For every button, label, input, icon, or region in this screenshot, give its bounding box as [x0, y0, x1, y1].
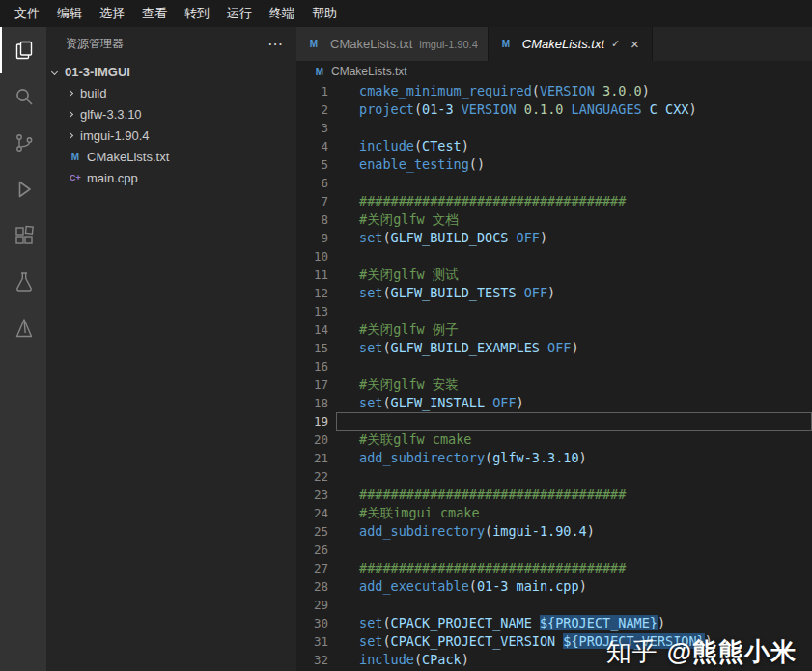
code-content[interactable]: add_subdirectory(glfw-3.3.10): [336, 449, 812, 467]
line-number[interactable]: 20: [296, 431, 336, 449]
search-icon[interactable]: [0, 73, 46, 120]
source-control-icon[interactable]: [0, 120, 46, 166]
code-token: #关闭glfw 例子: [359, 322, 459, 337]
tree-item-cmakelists-txt[interactable]: MCMakeLists.txt: [46, 146, 296, 167]
line-number[interactable]: 26: [296, 541, 336, 559]
code-token: set: [359, 615, 382, 630]
code-content[interactable]: add_executable(01-3 main.cpp): [336, 577, 812, 596]
line-number[interactable]: 31: [296, 632, 336, 651]
code-content[interactable]: set(GLFW_BUILD_TESTS OFF): [336, 284, 812, 302]
code-content[interactable]: ##################################: [336, 486, 812, 504]
code-token: OFF: [547, 340, 571, 355]
line-number[interactable]: 12: [296, 284, 336, 302]
code-token: ##################################: [359, 193, 626, 209]
code-content[interactable]: ##################################: [336, 192, 812, 210]
run-debug-icon[interactable]: [0, 166, 46, 212]
code-content[interactable]: [336, 247, 812, 266]
code-content[interactable]: include(CTest): [336, 137, 812, 155]
line-number[interactable]: 23: [296, 486, 336, 504]
line-number[interactable]: 28: [296, 577, 336, 596]
testing-icon[interactable]: [0, 259, 46, 305]
code-token: [563, 101, 571, 117]
code-content[interactable]: set(GLFW_INSTALL OFF): [336, 394, 812, 412]
code-content[interactable]: #关联glfw cmake: [336, 431, 812, 449]
code-content[interactable]: [336, 302, 812, 321]
line-number[interactable]: 14: [296, 321, 336, 339]
line-number[interactable]: 19: [296, 412, 336, 431]
close-icon[interactable]: ×: [627, 36, 642, 52]
code-content[interactable]: set(GLFW_BUILD_DOCS OFF): [336, 229, 812, 247]
line-number[interactable]: 24: [296, 504, 336, 522]
code-content[interactable]: set(CPACK_PROJECT_NAME ${PROJECT_NAME}): [336, 614, 812, 632]
line-number[interactable]: 11: [296, 266, 336, 284]
breadcrumb[interactable]: M CMakeLists.txt: [296, 61, 812, 82]
code-content[interactable]: #关闭glfw 安装: [336, 376, 812, 394]
code-content[interactable]: ##################################: [336, 559, 812, 577]
tree-item-01-3-imgui[interactable]: 01-3-IMGUI: [46, 61, 296, 82]
line-number[interactable]: 3: [296, 119, 336, 137]
more-actions-icon[interactable]: ⋯: [267, 37, 283, 52]
code-content[interactable]: add_subdirectory(imgui-1.90.4): [336, 522, 812, 541]
tree-item-label: 01-3-IMGUI: [65, 65, 130, 79]
line-number[interactable]: 17: [296, 376, 336, 394]
editor-tab-1[interactable]: MCMakeLists.txtimgui-1.90.4: [296, 27, 489, 61]
line-number[interactable]: 1: [296, 82, 336, 100]
tree-item-build[interactable]: build: [46, 82, 296, 103]
line-number[interactable]: 2: [296, 100, 336, 119]
extensions-icon[interactable]: [0, 212, 46, 259]
line-number[interactable]: 29: [296, 596, 336, 614]
line-number[interactable]: 30: [296, 614, 336, 632]
code-content[interactable]: [336, 412, 812, 431]
code-content[interactable]: #关闭glfw 文档: [336, 210, 812, 229]
menu-view[interactable]: 查看: [133, 1, 176, 26]
tree-item-main-cpp[interactable]: C+main.cpp: [46, 167, 296, 188]
code-content[interactable]: [336, 119, 812, 137]
line-number[interactable]: 27: [296, 559, 336, 577]
code-content[interactable]: set(GLFW_BUILD_EXAMPLES OFF): [336, 339, 812, 357]
code-token: enable_testing: [359, 156, 469, 172]
line-number[interactable]: 4: [296, 137, 336, 155]
line-number[interactable]: 10: [296, 247, 336, 266]
code-token: set: [359, 340, 382, 355]
line-number[interactable]: 6: [296, 174, 336, 192]
line-number[interactable]: 32: [296, 651, 336, 669]
code-content[interactable]: #关联imgui cmake: [336, 504, 812, 522]
menu-selection[interactable]: 选择: [91, 1, 133, 26]
tree-item-imgui-1-90-4[interactable]: imgui-1.90.4: [46, 125, 296, 146]
line-number[interactable]: 9: [296, 229, 336, 247]
line-number[interactable]: 25: [296, 522, 336, 541]
code-token: [642, 101, 650, 117]
code-content[interactable]: [336, 467, 812, 486]
watermark: 知乎@熊熊小米: [606, 643, 797, 661]
menu-file[interactable]: 文件: [6, 1, 48, 26]
code-content[interactable]: project(01-3 VERSION 0.1.0 LANGUAGES C C…: [336, 100, 812, 119]
code-line: 21add_subdirectory(glfw-3.3.10): [296, 449, 812, 467]
line-number[interactable]: 18: [296, 394, 336, 412]
code-content[interactable]: [336, 174, 812, 192]
line-number[interactable]: 8: [296, 210, 336, 229]
code-content[interactable]: [336, 596, 812, 614]
menu-go[interactable]: 转到: [176, 1, 218, 26]
code-token: #关闭glfw 文档: [359, 211, 459, 227]
line-number[interactable]: 22: [296, 467, 336, 486]
code-content[interactable]: enable_testing(): [336, 155, 812, 174]
menu-edit[interactable]: 编辑: [48, 1, 91, 26]
editor-tab-2[interactable]: MCMakeLists.txt✓×: [489, 27, 653, 61]
menu-help[interactable]: 帮助: [303, 1, 346, 26]
menu-terminal[interactable]: 终端: [261, 1, 303, 26]
line-number[interactable]: 5: [296, 155, 336, 174]
cmake-tools-icon[interactable]: [0, 305, 46, 351]
code-content[interactable]: #关闭glfw 测试: [336, 266, 812, 284]
line-number[interactable]: 15: [296, 339, 336, 357]
line-number[interactable]: 16: [296, 357, 336, 376]
line-number[interactable]: 13: [296, 302, 336, 321]
code-content[interactable]: cmake_minimum_required(VERSION 3.0.0): [336, 82, 812, 100]
line-number[interactable]: 7: [296, 192, 336, 210]
files-icon[interactable]: [0, 27, 46, 73]
tree-item-glfw-3-3-10[interactable]: glfw-3.3.10: [46, 103, 296, 125]
code-content[interactable]: [336, 541, 812, 559]
code-content[interactable]: [336, 357, 812, 376]
code-content[interactable]: #关闭glfw 例子: [336, 321, 812, 339]
menu-run[interactable]: 运行: [218, 1, 261, 26]
line-number[interactable]: 21: [296, 449, 336, 467]
